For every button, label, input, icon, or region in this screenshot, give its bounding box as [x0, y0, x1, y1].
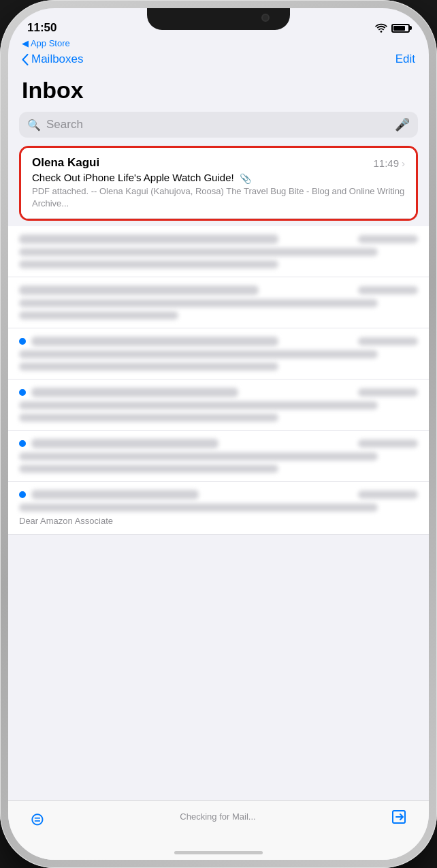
filter-button[interactable]: ⊜ — [30, 809, 45, 830]
attachment-icon: 📎 — [240, 173, 251, 184]
inbox-title: Inbox — [8, 72, 429, 112]
unread-indicator-4 — [19, 491, 26, 498]
unread-indicator-2 — [19, 389, 26, 396]
email-item-blurred-1[interactable] — [8, 226, 429, 277]
email-time-row: 11:49 › — [373, 157, 405, 169]
unread-indicator-3 — [19, 440, 26, 447]
email-item-blurred-6[interactable]: Dear Amazon Associate — [8, 482, 429, 535]
compose-button[interactable] — [391, 809, 407, 825]
checking-status: Checking for Mail... — [180, 811, 255, 822]
back-chevron-icon — [22, 54, 29, 65]
front-camera — [261, 14, 270, 22]
search-placeholder: Search — [46, 118, 389, 131]
email-sender: Olena Kagui — [32, 156, 99, 170]
email-time: 11:49 — [373, 157, 399, 169]
status-time: 11:50 — [27, 21, 56, 35]
email-chevron-icon: › — [402, 157, 405, 169]
nav-bar: Mailboxes Edit — [8, 50, 429, 72]
home-indicator — [174, 851, 263, 854]
phone-frame: 11:50 ◀ App Store — [0, 0, 437, 868]
email-item-blurred-3[interactable] — [8, 328, 429, 379]
email-list: Olena Kagui 11:49 › Check Out iPhone Lif… — [8, 146, 429, 860]
phone-screen: 11:50 ◀ App Store — [8, 8, 429, 860]
email-item-olena[interactable]: Olena Kagui 11:49 › Check Out iPhone Lif… — [21, 148, 416, 219]
back-label: Mailboxes — [31, 52, 84, 66]
highlighted-email-item[interactable]: Olena Kagui 11:49 › Check Out iPhone Lif… — [19, 146, 418, 221]
back-button[interactable]: Mailboxes — [22, 52, 84, 66]
microphone-icon[interactable]: 🎤 — [395, 117, 410, 132]
email-item-blurred-5[interactable] — [8, 431, 429, 482]
email-item-blurred-2[interactable] — [8, 277, 429, 328]
email-preview: PDF attached. -- Olena Kagui (Kahujova, … — [32, 185, 405, 210]
partial-email-preview: Dear Amazon Associate — [19, 516, 418, 526]
status-icons — [375, 23, 410, 33]
battery-icon — [391, 24, 410, 33]
search-bar[interactable]: 🔍 Search 🎤 — [19, 112, 418, 138]
edit-button[interactable]: Edit — [395, 52, 415, 66]
unread-indicator — [19, 338, 26, 345]
email-subject: Check Out iPhone Life's Apple Watch Guid… — [32, 172, 234, 183]
email-item-blurred-4[interactable] — [8, 379, 429, 431]
notch — [147, 8, 290, 30]
search-icon: 🔍 — [27, 119, 41, 131]
wifi-icon — [375, 23, 387, 33]
